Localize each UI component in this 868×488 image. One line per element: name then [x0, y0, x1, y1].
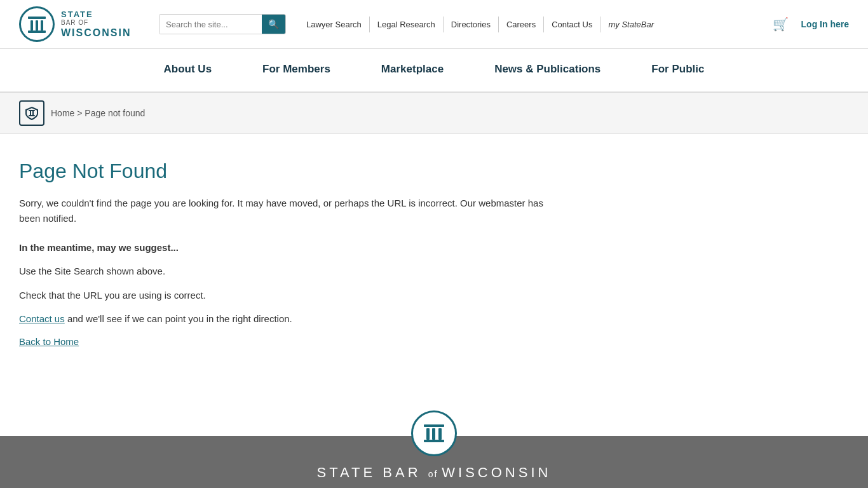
error-description: Sorry, we couldn't find the page you are…: [19, 196, 553, 226]
breadcrumb-separator: >: [77, 108, 85, 118]
site-footer: STATE BAR of WISCONSIN Follow us: f 𝕏 in…: [0, 404, 868, 489]
suggest-heading: In the meantime, may we suggest...: [19, 242, 553, 253]
back-to-home-link[interactable]: Back to Home: [19, 336, 553, 347]
breadcrumb: Home > Page not found: [51, 108, 145, 118]
svg-rect-7: [29, 110, 35, 111]
breadcrumb-current: Page not found: [85, 108, 145, 118]
breadcrumb-home-link[interactable]: Home: [51, 108, 74, 118]
svg-rect-9: [424, 424, 444, 427]
page-title: Page Not Found: [19, 159, 553, 183]
svg-rect-8: [29, 115, 35, 116]
top-nav-lawyer-search[interactable]: Lawyer Search: [299, 17, 370, 32]
logo-icon: [19, 6, 55, 42]
svg-rect-10: [426, 428, 430, 440]
search-button[interactable]: 🔍: [262, 15, 285, 34]
contact-us-link[interactable]: Contact us: [19, 313, 65, 324]
svg-rect-6: [32, 111, 34, 116]
footer-brand: STATE BAR of WISCONSIN: [19, 464, 849, 481]
logo-text: STATE BAR OF WISCONSIN: [61, 10, 131, 39]
login-link[interactable]: Log In here: [801, 19, 849, 29]
svg-rect-3: [41, 20, 43, 30]
top-nav-legal-research[interactable]: Legal Research: [370, 17, 444, 32]
svg-rect-0: [28, 17, 46, 19]
main-nav-about-us[interactable]: About Us: [139, 49, 238, 92]
svg-rect-2: [36, 20, 38, 30]
contact-suffix: and we'll see if we can point you in the…: [65, 313, 292, 324]
site-logo[interactable]: STATE BAR OF WISCONSIN: [19, 6, 159, 42]
svg-rect-11: [432, 428, 435, 440]
svg-rect-12: [438, 428, 442, 440]
suggest-item-2: Check that the URL you are using is corr…: [19, 288, 553, 303]
main-nav: About Us For Members Marketplace News & …: [0, 49, 868, 93]
cart-icon[interactable]: 🛒: [773, 17, 789, 32]
contact-suggestion: Contact us and we'll see if we can point…: [19, 312, 553, 327]
breadcrumb-shield-icon: [19, 100, 44, 126]
search-icon: 🔍: [268, 19, 279, 29]
breadcrumb-bar: Home > Page not found: [0, 93, 868, 134]
suggest-item-1: Use the Site Search shown above.: [19, 264, 553, 279]
svg-rect-1: [31, 20, 33, 30]
main-nav-news-publications[interactable]: News & Publications: [469, 49, 626, 92]
main-content: Page Not Found Sorry, we couldn't find t…: [0, 134, 572, 385]
search-input[interactable]: [159, 15, 262, 34]
site-header: STATE BAR OF WISCONSIN 🔍 Lawyer Search L…: [0, 0, 868, 93]
top-nav-contact-us[interactable]: Contact Us: [544, 17, 600, 32]
top-nav-careers[interactable]: Careers: [499, 17, 544, 32]
search-form: 🔍: [159, 14, 286, 34]
top-nav: Lawyer Search Legal Research Directories…: [299, 17, 763, 32]
svg-rect-13: [424, 440, 444, 442]
top-nav-directories[interactable]: Directories: [444, 17, 499, 32]
main-nav-for-public[interactable]: For Public: [626, 49, 729, 92]
footer-logo: [411, 410, 457, 456]
svg-rect-4: [28, 30, 46, 33]
main-nav-for-members[interactable]: For Members: [237, 49, 356, 92]
svg-rect-5: [30, 111, 31, 116]
main-nav-marketplace[interactable]: Marketplace: [356, 49, 469, 92]
top-nav-my-statebar[interactable]: my StateBar: [600, 17, 661, 32]
